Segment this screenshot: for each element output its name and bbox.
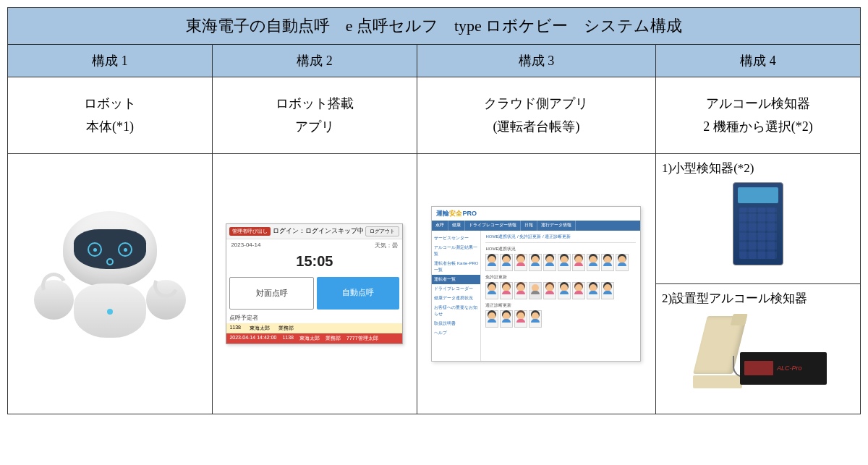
detector-option1: 1)小型検知器(*2): [656, 154, 860, 284]
cloud-side-item: 運転者台帳 Karte-PRO一覧: [434, 259, 478, 275]
detector-brand: ALC-Pro: [777, 364, 802, 372]
avatar-icon: [558, 282, 571, 299]
stationary-detector-image: ALC-Pro: [689, 312, 827, 392]
cloud-app-screenshot: 運輸安全PRO 点呼 健康 ドライブレコーダー情報 日報 運行データ情報 サービ…: [431, 206, 641, 362]
cloud-nav-item: 点呼: [432, 221, 448, 231]
robot-app-screenshot: 管理者呼び出し ログイン：ログインスキップ中 ログアウト 2023-04-14 …: [226, 223, 403, 344]
cloud-nav-item: 日報: [521, 221, 537, 231]
desc-col2: ロボット搭載 アプリ: [212, 77, 417, 154]
desc1-line2: 本体(*1): [86, 119, 134, 134]
cloud-side-item: 健康データ連携状況: [434, 294, 478, 303]
cloud-logo-a: 運輸: [436, 210, 449, 217]
avatar-icon: [500, 310, 513, 328]
header-col2: 構成 2: [212, 45, 417, 77]
small-detector-image: [733, 182, 783, 265]
app-face-rollcall-button: 対面点呼: [229, 277, 314, 310]
table-title: 東海電子の自動点呼 e 点呼セルフ type ロボケビー システム構成: [8, 8, 861, 45]
desc-col3: クラウド側アプリ (運転者台帳等): [417, 77, 655, 154]
avatar-icon: [529, 254, 542, 271]
avatar-icon: [587, 254, 600, 271]
app-admin-call-badge: 管理者呼び出し: [229, 227, 271, 236]
header-col3: 構成 3: [417, 45, 655, 77]
desc4-line1: アルコール検知器: [706, 96, 810, 111]
desc-col4: アルコール検知器 2 機種から選択(*2): [656, 77, 861, 154]
app-sched2-mgr: 7777管理太郎: [346, 335, 378, 342]
detector-base-icon: [693, 375, 742, 388]
robot-eye-left-icon: [88, 242, 102, 257]
avatar-icon: [514, 310, 527, 328]
app-schedule-row1: 1138 東海太郎 業務部: [226, 323, 402, 333]
robot-nose-icon: [106, 258, 114, 265]
cloud-nav: 点呼 健康 ドライブレコーダー情報 日報 運行データ情報: [432, 221, 640, 231]
detector-option2: 2)設置型アルコール検知器 ALC-Pro: [656, 284, 860, 414]
cloud-breadcrumb: HOME連携状況 / 免許証更新 / 適正診断更新: [485, 234, 636, 243]
cloud-nav-item: ドライブレコーダー情報: [465, 221, 521, 231]
app-sched2-dept: 業務部: [326, 335, 341, 342]
app-sched1-dept: 業務部: [278, 325, 294, 332]
avatar-icon: [587, 282, 600, 299]
avatar-icon: [485, 254, 498, 271]
cloud-logo-c: PRO: [462, 210, 477, 217]
cloud-side-item: アルコール測定結果一覧: [434, 243, 478, 259]
app-schedule-row2: 2023-04-14 14:42:00 1138 東海太郎 業務部 7777管理…: [226, 333, 402, 344]
robot-image: [38, 211, 182, 356]
detector2-label: 2)設置型アルコール検知器: [662, 290, 854, 307]
cloud-side-item: サービスセンター: [434, 234, 478, 243]
app-sched2-name: 東海太郎: [299, 335, 320, 342]
cloud-section2-label: 免許証更新: [485, 271, 636, 282]
robot-body-icon: [74, 283, 146, 338]
detector1-label: 1)小型検知器(*2): [662, 160, 854, 176]
avatar-icon: [601, 254, 614, 271]
desc4-line2: 2 機種から選択(*2): [703, 119, 813, 134]
app-date: 2023-04-14: [231, 242, 260, 249]
detector-lcd-icon: [744, 361, 773, 375]
app-login-status: ログイン：ログインスキップ中: [273, 226, 364, 236]
cloud-sidebar: サービスセンター アルコール測定結果一覧 運転者台帳 Karte-PRO一覧 運…: [432, 231, 481, 361]
avatar-icon: [572, 254, 585, 271]
avatar-icon: [514, 254, 527, 271]
app-schedule-label: 点呼予定者: [226, 312, 402, 323]
avatar-icon: [485, 310, 498, 328]
cloud-main: HOME連携状況 / 免許証更新 / 適正診断更新 HOME連携状況: [481, 231, 640, 361]
desc-col1: ロボット 本体(*1): [8, 77, 213, 154]
desc1-line1: ロボット: [84, 96, 136, 111]
avatar-icon: [616, 254, 629, 271]
avatar-icon: [529, 310, 542, 328]
cloud-section1-label: HOME連携状況: [485, 243, 636, 254]
app-auto-rollcall-button: 自動点呼: [317, 277, 400, 310]
desc2-line1: ロボット搭載: [276, 96, 354, 111]
cell-cloud: 運輸安全PRO 点呼 健康 ドライブレコーダー情報 日報 運行データ情報 サービ…: [417, 153, 655, 414]
cloud-side-item: お客様への重要なお知らせ: [434, 303, 478, 319]
cloud-side-item-active: 運転者一覧: [432, 275, 480, 284]
avatar-icon: [572, 282, 585, 299]
cell-app: 管理者呼び出し ログイン：ログインスキップ中 ログアウト 2023-04-14 …: [212, 153, 417, 414]
avatar-icon: [500, 282, 513, 299]
robot-eye-right-icon: [118, 242, 132, 257]
avatar-icon: [558, 254, 571, 271]
avatar-icon: [601, 282, 614, 299]
system-config-table: 東海電子の自動点呼 e 点呼セルフ type ロボケビー システム構成 構成 1…: [7, 7, 861, 414]
app-sched1-name: 東海太郎: [250, 325, 270, 332]
cloud-side-item: 取扱説明書: [434, 319, 478, 328]
cloud-section3-label: 適正診断更新: [485, 299, 636, 310]
app-sched2-time: 1138: [282, 335, 294, 342]
avatar-icon: [485, 282, 498, 299]
app-sched1-time: 1138: [229, 325, 241, 332]
app-time: 15:05: [226, 252, 402, 274]
avatar-icon: [543, 254, 556, 271]
cell-detectors: 1)小型検知器(*2) 2)設置型アルコール検知器 ALC-Pro: [656, 153, 861, 414]
app-sched2-datetime: 2023-04-14 14:42:00: [229, 335, 276, 342]
cloud-logo: 運輸安全PRO: [432, 207, 640, 221]
header-col4: 構成 4: [656, 45, 861, 77]
robot-arm-left-icon: [34, 280, 74, 320]
desc3-line1: クラウド側アプリ: [484, 96, 588, 111]
app-logout-button: ログアウト: [365, 226, 399, 236]
cloud-nav-item: 運行データ情報: [537, 221, 576, 231]
cloud-nav-item: 健康: [448, 221, 465, 231]
cloud-side-item: ヘルプ: [434, 328, 478, 338]
desc2-line2: アプリ: [295, 119, 334, 134]
app-weather: 天気：曇: [375, 242, 398, 249]
avatar-icon: [500, 254, 513, 271]
header-col1: 構成 1: [8, 45, 213, 77]
cloud-avatars-2: [485, 282, 636, 299]
